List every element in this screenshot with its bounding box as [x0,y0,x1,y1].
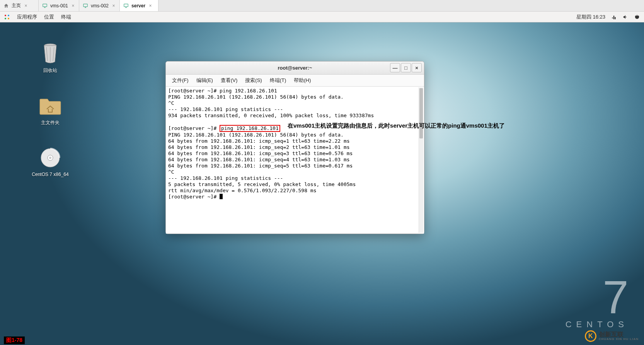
terminal-body[interactable]: [root@server ~]# ping 192.168.26.101 PIN… [166,87,424,234]
term-prompt: [root@server ~]# [168,194,220,200]
menu-help[interactable]: 帮助(H) [291,76,314,85]
disc-icon [39,146,62,169]
term-prompt: [root@server ~]# [168,125,220,131]
terminal-menu[interactable]: 终端 [61,14,71,20]
svg-point-5 [5,18,6,19]
applications-menu[interactable]: 应用程序 [17,14,37,20]
centos-seven: 7 [566,278,629,316]
home-folder-icon[interactable]: 主文件夹 [31,94,70,126]
panel-right: 星期四 16:23 [576,14,640,20]
close-icon[interactable]: × [70,3,76,9]
trash-bin-icon [39,42,62,65]
centos-word: CENTOS [566,319,629,330]
term-line: 64 bytes from 192.168.26.101: icmp_seq=2… [168,144,350,150]
centos-watermark: 7 CENTOS [566,278,629,330]
term-line: ^C [168,169,174,175]
terminal-menubar: 文件(F) 编辑(E) 查看(V) 搜索(S) 终端(T) 帮助(H) [166,75,424,87]
clock[interactable]: 星期四 16:23 [576,14,605,20]
panel-left: 应用程序 位置 终端 [4,14,71,20]
icon-label: 回收站 [31,67,70,74]
svg-rect-0 [43,4,47,7]
maximize-button[interactable]: □ [401,63,411,72]
home-icon [3,3,9,9]
folder-icon [39,94,62,117]
network-icon[interactable] [611,14,617,20]
tab-vms002[interactable]: vms-002 × [79,0,120,11]
term-line: PING 192.168.26.101 (192.168.26.101) 56(… [168,94,344,100]
trash-icon[interactable]: 回收站 [31,42,70,74]
menu-edit[interactable]: 编辑(E) [193,76,216,85]
svg-rect-2 [124,4,128,7]
menu-terminal[interactable]: 终端(T) [267,76,290,85]
svg-point-10 [49,157,51,159]
menu-search[interactable]: 搜索(S) [242,76,265,85]
applications-icon [4,14,10,20]
tab-home[interactable]: 主页 × [0,0,39,11]
svg-point-4 [8,15,9,16]
window-buttons: — □ × [390,63,422,72]
term-line: [root@server ~]# ping 192.168.26.101 [168,88,277,94]
tab-label: 主页 [12,2,21,9]
window-titlebar[interactable]: root@server:~ — □ × [166,61,424,75]
logo-cn: 创新互联 [599,331,639,338]
places-menu[interactable]: 位置 [44,14,54,20]
terminal-scrollbar[interactable] [419,87,423,233]
tab-server[interactable]: server × [120,0,158,11]
tab-vms001[interactable]: vms-001 × [39,0,79,11]
monitor-icon [123,3,129,9]
term-line: 64 bytes from 192.168.26.101: icmp_seq=4… [168,157,350,162]
close-icon[interactable]: × [148,3,153,9]
close-button[interactable]: × [412,63,422,72]
annotation-text: 在vms001主机设置完路由信息后，此时server主机可以正常的ping通vm… [288,122,505,130]
term-line: 5 packets transmitted, 5 received, 0% pa… [168,181,356,187]
monitor-icon [82,3,89,9]
figure-label: 图1-78 [4,336,25,344]
icon-label: CentOS 7 x86_64 [31,172,70,177]
term-line: 64 bytes from 192.168.26.101: icmp_seq=3… [168,150,353,156]
highlighted-command: ping 192.168.26.101 [220,125,280,132]
monitor-icon [42,3,48,9]
tab-strip: 主页 × vms-001 × vms-002 × server × [0,0,644,12]
menu-view[interactable]: 查看(V) [218,76,240,85]
term-line: 934 packets transmitted, 0 received, 100… [168,113,374,118]
terminal-window[interactable]: root@server:~ — □ × 文件(F) 编辑(E) 查看(V) 搜索… [165,61,424,234]
tab-label: vms-002 [91,3,109,9]
window-title: root@server:~ [278,65,312,71]
term-line: 64 bytes from 192.168.26.101: icmp_seq=5… [168,163,353,169]
svg-point-6 [8,18,9,19]
icon-label: 主文件夹 [31,120,70,126]
close-icon[interactable]: × [23,3,29,9]
term-line: 64 bytes from 192.168.26.101: icmp_seq=1… [168,138,350,144]
scrollbar-thumb[interactable] [419,88,423,138]
term-line: PING 192.168.26.101 (192.168.26.101) 56(… [168,132,344,138]
logo-icon: K [585,330,596,342]
volume-icon[interactable] [622,14,629,20]
close-icon[interactable]: × [111,3,116,9]
tab-label: vms-001 [50,3,68,9]
desktop[interactable]: 回收站 主文件夹 CentOS 7 x86_64 7 CENTOS roo [0,22,644,345]
menu-file[interactable]: 文件(F) [169,76,192,85]
power-icon[interactable] [634,14,640,20]
centos-disc-icon[interactable]: CentOS 7 x86_64 [31,146,70,177]
term-line: ^C [168,100,174,106]
gnome-top-panel: 应用程序 位置 终端 星期四 16:23 [0,12,644,22]
term-line: --- 192.168.26.101 ping statistics --- [168,175,283,181]
logo-en: CHUANG XIN HU LIAN [599,338,639,341]
minimize-button[interactable]: — [390,63,400,72]
tab-label: server [131,3,145,9]
svg-rect-1 [83,4,88,7]
term-line: rtt min/avg/max/mdev = 0.576/1.093/2.227… [168,188,317,193]
term-line: --- 192.168.26.101 ping statistics --- [168,106,283,112]
cursor-icon [220,194,223,199]
logo-watermark: K 创新互联 CHUANG XIN HU LIAN [585,330,639,342]
svg-point-3 [5,15,6,16]
